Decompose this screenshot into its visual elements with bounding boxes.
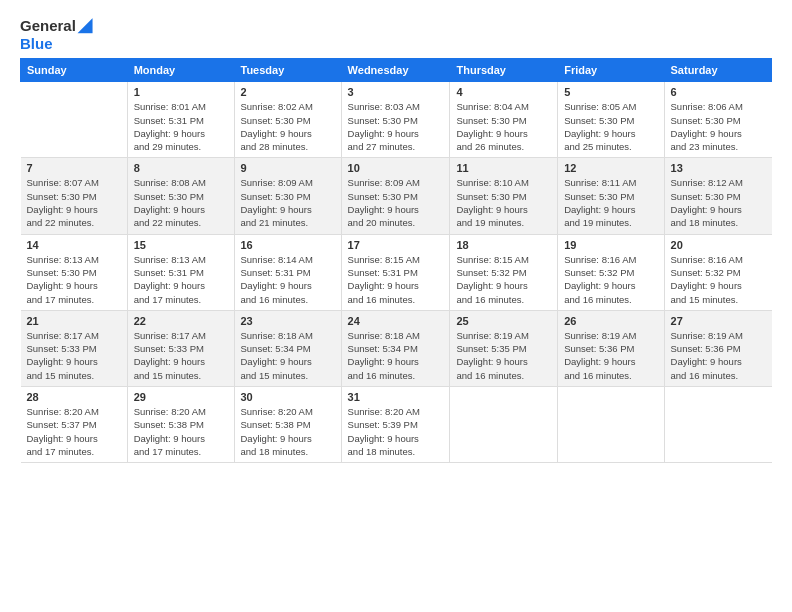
header-tuesday: Tuesday: [234, 59, 341, 82]
logo-blue: Blue: [20, 36, 92, 53]
day-number: 16: [241, 239, 335, 251]
day-info: Sunrise: 8:04 AMSunset: 5:30 PMDaylight:…: [456, 100, 551, 153]
day-number: 6: [671, 86, 766, 98]
day-number: 22: [134, 315, 228, 327]
day-info: Sunrise: 8:19 AMSunset: 5:36 PMDaylight:…: [671, 329, 766, 382]
calendar-table: Sunday Monday Tuesday Wednesday Thursday…: [20, 58, 772, 463]
weekday-header-row: Sunday Monday Tuesday Wednesday Thursday…: [21, 59, 772, 82]
calendar-week-row: 14Sunrise: 8:13 AMSunset: 5:30 PMDayligh…: [21, 234, 772, 310]
header-thursday: Thursday: [450, 59, 558, 82]
day-number: 21: [27, 315, 121, 327]
day-info: Sunrise: 8:18 AMSunset: 5:34 PMDaylight:…: [348, 329, 444, 382]
calendar-cell: 30Sunrise: 8:20 AMSunset: 5:38 PMDayligh…: [234, 387, 341, 463]
calendar-cell: 1Sunrise: 8:01 AMSunset: 5:31 PMDaylight…: [127, 82, 234, 158]
day-number: 4: [456, 86, 551, 98]
calendar-cell: 19Sunrise: 8:16 AMSunset: 5:32 PMDayligh…: [558, 234, 664, 310]
header-sunday: Sunday: [21, 59, 128, 82]
day-info: Sunrise: 8:16 AMSunset: 5:32 PMDaylight:…: [671, 253, 766, 306]
calendar-cell: 24Sunrise: 8:18 AMSunset: 5:34 PMDayligh…: [341, 310, 450, 386]
calendar-cell: 22Sunrise: 8:17 AMSunset: 5:33 PMDayligh…: [127, 310, 234, 386]
calendar-cell: 10Sunrise: 8:09 AMSunset: 5:30 PMDayligh…: [341, 158, 450, 234]
day-info: Sunrise: 8:07 AMSunset: 5:30 PMDaylight:…: [27, 176, 121, 229]
calendar-cell: 6Sunrise: 8:06 AMSunset: 5:30 PMDaylight…: [664, 82, 771, 158]
calendar-week-row: 21Sunrise: 8:17 AMSunset: 5:33 PMDayligh…: [21, 310, 772, 386]
day-info: Sunrise: 8:06 AMSunset: 5:30 PMDaylight:…: [671, 100, 766, 153]
calendar-week-row: 28Sunrise: 8:20 AMSunset: 5:37 PMDayligh…: [21, 387, 772, 463]
day-info: Sunrise: 8:17 AMSunset: 5:33 PMDaylight:…: [27, 329, 121, 382]
day-info: Sunrise: 8:08 AMSunset: 5:30 PMDaylight:…: [134, 176, 228, 229]
calendar-cell: 29Sunrise: 8:20 AMSunset: 5:38 PMDayligh…: [127, 387, 234, 463]
day-number: 3: [348, 86, 444, 98]
day-info: Sunrise: 8:19 AMSunset: 5:36 PMDaylight:…: [564, 329, 657, 382]
header-wednesday: Wednesday: [341, 59, 450, 82]
day-number: 28: [27, 391, 121, 403]
calendar-cell: 27Sunrise: 8:19 AMSunset: 5:36 PMDayligh…: [664, 310, 771, 386]
logo-area: General◢ Blue: [20, 16, 92, 52]
day-info: Sunrise: 8:10 AMSunset: 5:30 PMDaylight:…: [456, 176, 551, 229]
day-info: Sunrise: 8:20 AMSunset: 5:37 PMDaylight:…: [27, 405, 121, 458]
day-info: Sunrise: 8:19 AMSunset: 5:35 PMDaylight:…: [456, 329, 551, 382]
day-number: 1: [134, 86, 228, 98]
calendar-cell: 5Sunrise: 8:05 AMSunset: 5:30 PMDaylight…: [558, 82, 664, 158]
day-info: Sunrise: 8:20 AMSunset: 5:38 PMDaylight:…: [241, 405, 335, 458]
day-info: Sunrise: 8:15 AMSunset: 5:31 PMDaylight:…: [348, 253, 444, 306]
day-info: Sunrise: 8:16 AMSunset: 5:32 PMDaylight:…: [564, 253, 657, 306]
day-number: 11: [456, 162, 551, 174]
calendar-cell: 7Sunrise: 8:07 AMSunset: 5:30 PMDaylight…: [21, 158, 128, 234]
day-info: Sunrise: 8:13 AMSunset: 5:31 PMDaylight:…: [134, 253, 228, 306]
calendar-cell: 2Sunrise: 8:02 AMSunset: 5:30 PMDaylight…: [234, 82, 341, 158]
day-info: Sunrise: 8:18 AMSunset: 5:34 PMDaylight:…: [241, 329, 335, 382]
calendar-cell: 8Sunrise: 8:08 AMSunset: 5:30 PMDaylight…: [127, 158, 234, 234]
calendar-cell: 31Sunrise: 8:20 AMSunset: 5:39 PMDayligh…: [341, 387, 450, 463]
day-info: Sunrise: 8:01 AMSunset: 5:31 PMDaylight:…: [134, 100, 228, 153]
calendar-cell: 17Sunrise: 8:15 AMSunset: 5:31 PMDayligh…: [341, 234, 450, 310]
calendar-cell: 11Sunrise: 8:10 AMSunset: 5:30 PMDayligh…: [450, 158, 558, 234]
calendar-cell: 4Sunrise: 8:04 AMSunset: 5:30 PMDaylight…: [450, 82, 558, 158]
calendar-cell: [450, 387, 558, 463]
day-number: 7: [27, 162, 121, 174]
day-number: 25: [456, 315, 551, 327]
calendar-cell: 18Sunrise: 8:15 AMSunset: 5:32 PMDayligh…: [450, 234, 558, 310]
calendar-cell: 16Sunrise: 8:14 AMSunset: 5:31 PMDayligh…: [234, 234, 341, 310]
day-number: 27: [671, 315, 766, 327]
day-info: Sunrise: 8:02 AMSunset: 5:30 PMDaylight:…: [241, 100, 335, 153]
day-info: Sunrise: 8:05 AMSunset: 5:30 PMDaylight:…: [564, 100, 657, 153]
day-info: Sunrise: 8:14 AMSunset: 5:31 PMDaylight:…: [241, 253, 335, 306]
calendar-cell: 23Sunrise: 8:18 AMSunset: 5:34 PMDayligh…: [234, 310, 341, 386]
day-info: Sunrise: 8:12 AMSunset: 5:30 PMDaylight:…: [671, 176, 766, 229]
calendar-cell: 26Sunrise: 8:19 AMSunset: 5:36 PMDayligh…: [558, 310, 664, 386]
day-number: 24: [348, 315, 444, 327]
logo-general: General: [20, 17, 76, 34]
calendar-cell: 9Sunrise: 8:09 AMSunset: 5:30 PMDaylight…: [234, 158, 341, 234]
day-info: Sunrise: 8:11 AMSunset: 5:30 PMDaylight:…: [564, 176, 657, 229]
logo-icon: ◢: [78, 15, 92, 35]
calendar-cell: 15Sunrise: 8:13 AMSunset: 5:31 PMDayligh…: [127, 234, 234, 310]
day-number: 2: [241, 86, 335, 98]
day-number: 31: [348, 391, 444, 403]
day-info: Sunrise: 8:20 AMSunset: 5:39 PMDaylight:…: [348, 405, 444, 458]
header-friday: Friday: [558, 59, 664, 82]
day-number: 18: [456, 239, 551, 251]
calendar-cell: 25Sunrise: 8:19 AMSunset: 5:35 PMDayligh…: [450, 310, 558, 386]
day-info: Sunrise: 8:09 AMSunset: 5:30 PMDaylight:…: [241, 176, 335, 229]
calendar-cell: 14Sunrise: 8:13 AMSunset: 5:30 PMDayligh…: [21, 234, 128, 310]
day-number: 9: [241, 162, 335, 174]
calendar-cell: 13Sunrise: 8:12 AMSunset: 5:30 PMDayligh…: [664, 158, 771, 234]
day-number: 10: [348, 162, 444, 174]
calendar-cell: 21Sunrise: 8:17 AMSunset: 5:33 PMDayligh…: [21, 310, 128, 386]
calendar-week-row: 1Sunrise: 8:01 AMSunset: 5:31 PMDaylight…: [21, 82, 772, 158]
day-info: Sunrise: 8:15 AMSunset: 5:32 PMDaylight:…: [456, 253, 551, 306]
day-info: Sunrise: 8:09 AMSunset: 5:30 PMDaylight:…: [348, 176, 444, 229]
day-info: Sunrise: 8:17 AMSunset: 5:33 PMDaylight:…: [134, 329, 228, 382]
calendar-cell: 3Sunrise: 8:03 AMSunset: 5:30 PMDaylight…: [341, 82, 450, 158]
day-number: 19: [564, 239, 657, 251]
day-number: 14: [27, 239, 121, 251]
calendar-cell: 12Sunrise: 8:11 AMSunset: 5:30 PMDayligh…: [558, 158, 664, 234]
calendar-week-row: 7Sunrise: 8:07 AMSunset: 5:30 PMDaylight…: [21, 158, 772, 234]
day-number: 20: [671, 239, 766, 251]
day-info: Sunrise: 8:20 AMSunset: 5:38 PMDaylight:…: [134, 405, 228, 458]
day-number: 15: [134, 239, 228, 251]
day-number: 13: [671, 162, 766, 174]
day-number: 12: [564, 162, 657, 174]
main-container: General◢ Blue Sunday Monday Tuesday Wedn…: [0, 0, 792, 473]
